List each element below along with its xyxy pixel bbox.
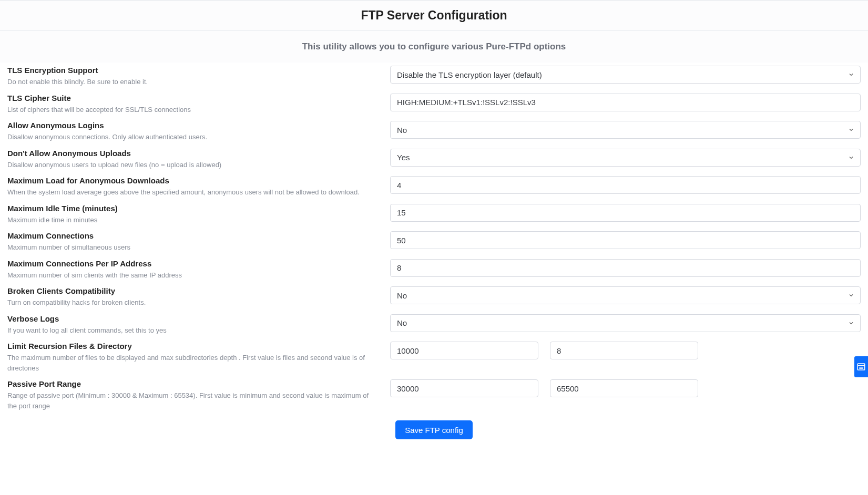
- tls-support-desc: Do not enable this blindly. Be sure to e…: [7, 77, 380, 87]
- page-title: FTP Server Configuration: [0, 1, 868, 31]
- row-max-conn: Maximum Connections Maximum number of si…: [7, 228, 861, 256]
- tls-cipher-desc: List of ciphers that will be accepted fo…: [7, 105, 380, 115]
- recursion-files-input[interactable]: [390, 342, 538, 359]
- idle-input[interactable]: [390, 204, 861, 222]
- row-recursion: Limit Recursion Files & Directory The ma…: [7, 338, 861, 376]
- recursion-desc: The maximum number of files to be displa…: [7, 353, 380, 373]
- max-conn-label: Maximum Connections: [7, 231, 380, 240]
- passive-max-input[interactable]: [550, 379, 698, 397]
- button-row: Save FTP config: [7, 414, 861, 439]
- row-passive-port: Passive Port Range Range of passive port…: [7, 376, 861, 414]
- anon-upload-label: Don't Allow Anonymous Uploads: [7, 149, 380, 158]
- anon-load-label: Maximum Load for Anonymous Downloads: [7, 176, 380, 185]
- form-area: TLS Encryption Support Do not enable thi…: [0, 63, 868, 450]
- row-anon-load: Maximum Load for Anonymous Downloads Whe…: [7, 173, 861, 201]
- tls-cipher-input[interactable]: [390, 94, 861, 111]
- tls-support-select[interactable]: Disable the TLS encryption layer (defaul…: [390, 66, 861, 84]
- row-anon-upload: Don't Allow Anonymous Uploads Disallow a…: [7, 146, 861, 173]
- max-conn-ip-label: Maximum Connections Per IP Address: [7, 259, 380, 268]
- row-verbose-logs: Verbose Logs If you want to log all clie…: [7, 311, 861, 339]
- max-conn-input[interactable]: [390, 231, 861, 249]
- passive-label: Passive Port Range: [7, 379, 380, 388]
- row-idle-time: Maximum Idle Time (minutes) Maximum idle…: [7, 201, 861, 229]
- broken-label: Broken Clients Compatibility: [7, 286, 380, 295]
- tls-cipher-label: TLS Cipher Suite: [7, 94, 380, 102]
- max-conn-ip-input[interactable]: [390, 259, 861, 277]
- row-max-conn-ip: Maximum Connections Per IP Address Maxim…: [7, 256, 861, 284]
- max-conn-desc: Maximum number of simultaneous users: [7, 242, 380, 253]
- broken-select[interactable]: No: [390, 286, 861, 304]
- ftp-config-page: FTP Server Configuration This utility al…: [0, 0, 868, 450]
- row-anon-login: Allow Anonymous Logins Disallow anonymou…: [7, 118, 861, 146]
- anon-load-desc: When the system load average goes above …: [7, 187, 380, 198]
- verbose-select[interactable]: No: [390, 314, 861, 332]
- row-tls-support: TLS Encryption Support Do not enable thi…: [7, 63, 861, 90]
- anon-login-desc: Disallow anonymous connections. Only all…: [7, 132, 380, 142]
- verbose-label: Verbose Logs: [7, 314, 380, 323]
- row-tls-cipher: TLS Cipher Suite List of ciphers that wi…: [7, 90, 861, 118]
- anon-load-input[interactable]: [390, 176, 861, 194]
- idle-label: Maximum Idle Time (minutes): [7, 204, 380, 213]
- side-quick-panel-button[interactable]: [854, 356, 868, 377]
- anon-upload-select[interactable]: Yes: [390, 149, 861, 167]
- passive-min-input[interactable]: [390, 379, 538, 397]
- row-broken-compat: Broken Clients Compatibility Turn on com…: [7, 283, 861, 311]
- broken-desc: Turn on compatibility hacks for broken c…: [7, 297, 380, 308]
- recursion-label: Limit Recursion Files & Directory: [7, 342, 380, 350]
- panel-icon: [856, 362, 866, 372]
- verbose-desc: If you want to log all client commands, …: [7, 325, 380, 336]
- save-button[interactable]: Save FTP config: [395, 420, 473, 439]
- page-subtitle: This utility allows you to configure var…: [0, 31, 868, 63]
- anon-login-label: Allow Anonymous Logins: [7, 121, 380, 130]
- anon-login-select[interactable]: No: [390, 121, 861, 139]
- passive-desc: Range of passive port (Minimum : 30000 &…: [7, 390, 380, 411]
- recursion-dirs-input[interactable]: [550, 342, 698, 359]
- max-conn-ip-desc: Maximum number of sim clients with the s…: [7, 270, 380, 281]
- tls-support-label: TLS Encryption Support: [7, 66, 380, 75]
- idle-desc: Maximum idle time in minutes: [7, 215, 380, 225]
- anon-upload-desc: Disallow anonymous users to upload new f…: [7, 160, 380, 170]
